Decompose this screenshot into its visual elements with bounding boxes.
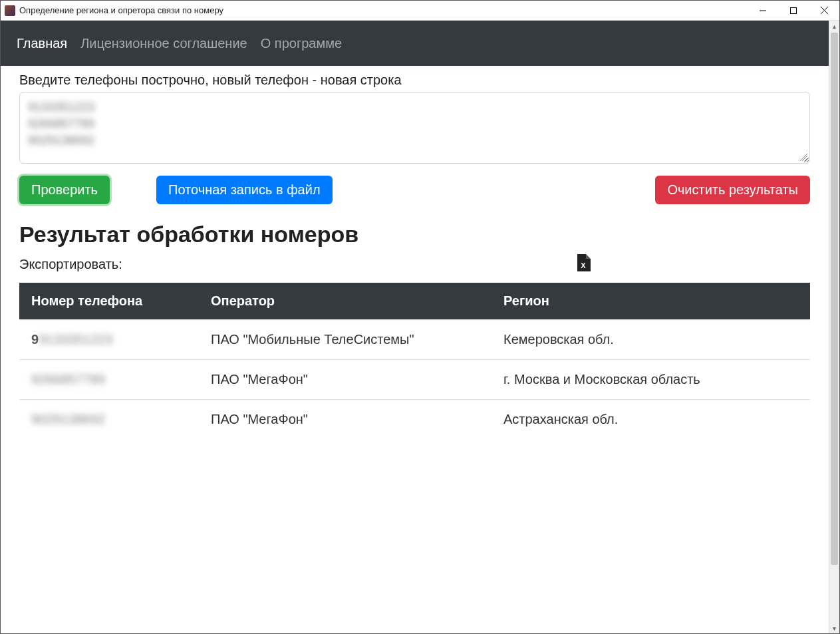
page: Введите телефоны построчно, новый телефо…	[1, 66, 829, 452]
navbar: Главная Лицензионное соглашение О програ…	[1, 21, 829, 66]
export-row: Экспортировать: X	[19, 254, 810, 275]
table-row: 9029138692 ПАО "МегаФон" Астраханская об…	[19, 400, 810, 440]
window-title: Определение региона и опретора связи по …	[19, 5, 748, 15]
cell-operator: ПАО "МегаФон"	[199, 360, 491, 400]
maximize-button[interactable]	[778, 1, 809, 20]
cell-region: Кемеровская обл.	[491, 320, 810, 360]
input-line: 9133351223	[28, 99, 801, 116]
titlebar: Определение региона и опретора связи по …	[1, 1, 839, 21]
excel-file-icon: X	[576, 254, 591, 271]
cell-phone: 99133351223	[19, 320, 199, 360]
input-line: 9029138692	[28, 132, 801, 149]
close-button[interactable]	[809, 1, 839, 20]
phone-input[interactable]: 9133351223 9266857789 9029138692	[19, 92, 810, 164]
stream-write-button[interactable]: Поточная запись в файл	[156, 176, 333, 204]
col-region: Регион	[491, 283, 810, 320]
cell-operator: ПАО "МегаФон"	[199, 400, 491, 440]
svg-rect-1	[791, 7, 797, 13]
cell-phone: 9266857789	[19, 360, 199, 400]
button-row: Проверить Поточная запись в файл Очистит…	[19, 176, 810, 204]
results-table: Номер телефона Оператор Регион 991333512…	[19, 283, 810, 439]
results-title: Результат обработки номеров	[19, 222, 810, 247]
table-row: 9266857789 ПАО "МегаФон" г. Москва и Мос…	[19, 360, 810, 400]
input-line: 9266857789	[28, 116, 801, 132]
clear-results-button[interactable]: Очистить результаты	[655, 176, 810, 204]
table-row: 99133351223 ПАО "Мобильные ТелеСистемы" …	[19, 320, 810, 360]
scroll-up-icon[interactable]: ▴	[829, 21, 839, 31]
cell-region: Астраханская обл.	[491, 400, 810, 440]
scroll-down-icon[interactable]: ▾	[829, 623, 839, 633]
export-excel-button[interactable]: X	[576, 254, 591, 275]
col-operator: Оператор	[199, 283, 491, 320]
window-buttons	[748, 1, 839, 20]
content-frame: Главная Лицензионное соглашение О програ…	[1, 21, 839, 633]
minimize-icon	[760, 7, 766, 14]
svg-text:X: X	[581, 261, 586, 269]
nav-about[interactable]: О программе	[261, 36, 342, 51]
check-button[interactable]: Проверить	[19, 176, 110, 204]
col-phone: Номер телефона	[19, 283, 199, 320]
cell-phone: 9029138692	[19, 400, 199, 440]
app-icon	[5, 5, 15, 16]
close-icon	[821, 7, 828, 14]
results-thead: Номер телефона Оператор Регион	[19, 283, 810, 320]
input-label: Введите телефоны построчно, новый телефо…	[19, 73, 810, 88]
nav-main[interactable]: Главная	[17, 36, 67, 51]
export-label: Экспортировать:	[19, 257, 122, 272]
cell-region: г. Москва и Московская область	[491, 360, 810, 400]
cell-operator: ПАО "Мобильные ТелеСистемы"	[199, 320, 491, 360]
content: Главная Лицензионное соглашение О програ…	[1, 21, 829, 633]
vertical-scrollbar[interactable]: ▴ ▾	[829, 21, 839, 633]
app-window: Определение региона и опретора связи по …	[0, 0, 840, 634]
maximize-icon	[790, 7, 797, 14]
minimize-button[interactable]	[748, 1, 778, 20]
scroll-thumb[interactable]	[831, 33, 838, 565]
resize-grip-icon[interactable]	[799, 153, 807, 161]
nav-license[interactable]: Лицензионное соглашение	[80, 36, 247, 51]
